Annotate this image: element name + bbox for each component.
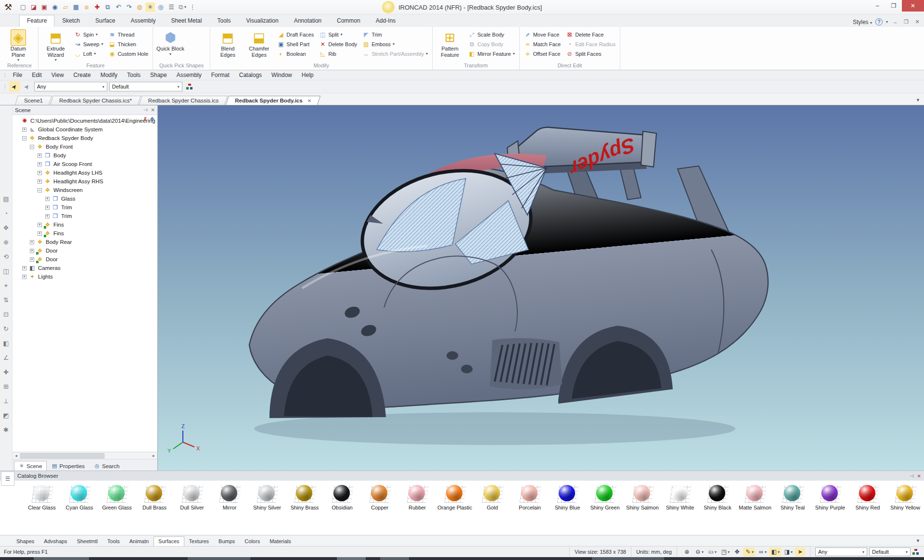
- tree-expand-toggle[interactable]: +: [38, 223, 42, 227]
- catalog-tab-surfaces[interactable]: Surfaces: [154, 536, 184, 546]
- scene-structure-button[interactable]: [184, 81, 195, 92]
- pan-icon[interactable]: [2, 224, 10, 232]
- catalog-tabs-more-icon[interactable]: ▼: [916, 538, 920, 543]
- multi-copy-button[interactable]: ▾: [177, 2, 187, 12]
- render-mode-button[interactable]: ▾: [743, 547, 755, 557]
- panel-tab-properties[interactable]: Properties: [47, 461, 89, 471]
- sweep-button[interactable]: Sweep▾: [72, 39, 105, 49]
- save-button[interactable]: [71, 2, 81, 12]
- catalog-item-cyan-glass[interactable]: Cyan Glass: [61, 484, 98, 511]
- ribbon-tab-sheet-metal[interactable]: Sheet Metal: [163, 15, 209, 27]
- axis-icon[interactable]: [2, 397, 10, 405]
- tree-item-headlight-assy-rhs[interactable]: +Headlight Assy RHS: [13, 177, 157, 186]
- tree-item-body-rear[interactable]: +Body Rear: [13, 238, 157, 246]
- catalog-tab-advshaps[interactable]: Advshaps: [39, 536, 72, 546]
- camera-icon[interactable]: [2, 267, 10, 275]
- tree-expand-toggle[interactable]: +: [22, 266, 26, 270]
- scale-body-button[interactable]: Scale Body: [466, 30, 517, 39]
- tree-item-air-scoop-front[interactable]: +Air Scoop Front: [13, 160, 157, 168]
- fit-scene-icon[interactable]: [2, 310, 10, 318]
- tree-item-global-coordinate-system[interactable]: +Global Coordinate System: [13, 125, 157, 134]
- ribbon-tab-tools[interactable]: Tools: [209, 15, 238, 27]
- delete-body-button[interactable]: Delete Body: [317, 39, 359, 49]
- menu-file[interactable]: File: [8, 71, 27, 79]
- viewport-3d[interactable]: Spyder: [158, 105, 924, 471]
- selection-filter-dropdown[interactable]: Any▾: [34, 82, 107, 91]
- tree-item-fins[interactable]: +Fins: [13, 220, 157, 229]
- zoom-out-button[interactable]: ▾: [693, 547, 705, 557]
- shade-icon[interactable]: [2, 411, 10, 420]
- shaded-view-button[interactable]: ▾: [769, 547, 781, 557]
- tree-expand-toggle[interactable]: +: [38, 153, 42, 158]
- ribbon-tab-common[interactable]: Common: [329, 15, 368, 27]
- panel-tab-search[interactable]: Search: [90, 461, 124, 471]
- config-icon[interactable]: [2, 426, 10, 434]
- pattern-feature-button[interactable]: Pattern Feature: [435, 28, 465, 62]
- help-dropdown-icon[interactable]: ▾: [886, 20, 888, 24]
- styles-button[interactable]: Styles ▾: [853, 19, 872, 25]
- delete-face-button[interactable]: Delete Face: [564, 30, 617, 39]
- spin-button[interactable]: Spin▾: [72, 30, 105, 39]
- ribbon-tab-add-ins[interactable]: Add-Ins: [368, 15, 403, 27]
- redo-button[interactable]: [124, 2, 134, 12]
- new-drawing-button[interactable]: [39, 2, 49, 12]
- draft-faces-button[interactable]: Draft Faces: [275, 30, 316, 39]
- tree-item-cameras[interactable]: +Cameras: [13, 264, 157, 272]
- camera-angle-icon[interactable]: [2, 209, 10, 217]
- catalog-tab-materials[interactable]: Materials: [265, 536, 296, 546]
- ribbon-tab-sketch[interactable]: Sketch: [54, 15, 88, 27]
- tree-expand-toggle[interactable]: +: [38, 162, 42, 166]
- style-dropdown[interactable]: Default▾: [109, 82, 182, 91]
- extrude-wizard-button[interactable]: Extrude Wizard▾: [41, 28, 71, 62]
- view-cube-button[interactable]: ▾: [719, 547, 731, 557]
- qat-more-button[interactable]: [188, 2, 197, 12]
- tree-item-body[interactable]: +Body: [13, 151, 157, 160]
- orbit-icon[interactable]: [2, 253, 10, 261]
- catalog-item-shiny-black[interactable]: Shiny Black: [699, 484, 736, 511]
- menu-assembly[interactable]: Assembly: [172, 71, 206, 79]
- emboss-button[interactable]: Emboss▾: [360, 39, 430, 49]
- status-style-dropdown[interactable]: Default▾: [869, 547, 911, 556]
- tree-expand-toggle[interactable]: +: [45, 197, 50, 201]
- tree-item-fins[interactable]: +Fins: [13, 229, 157, 238]
- zoom-icon[interactable]: [2, 238, 10, 246]
- catalog-close-icon[interactable]: ✕: [917, 473, 921, 479]
- menu-modify[interactable]: Modify: [96, 71, 122, 79]
- menu-tools[interactable]: Tools: [122, 71, 145, 79]
- mdi-close-icon[interactable]: ✕: [913, 19, 921, 25]
- tree-expand-toggle[interactable]: −: [38, 188, 42, 192]
- tree-expand-toggle[interactable]: −: [30, 145, 34, 149]
- view-list-icon[interactable]: [2, 195, 10, 203]
- ribbon-tab-surface[interactable]: Surface: [88, 15, 123, 27]
- catalog-item-shiny-red[interactable]: Shiny Red: [849, 484, 886, 511]
- open-button[interactable]: [61, 2, 70, 12]
- perspective-button[interactable]: ▾: [756, 547, 768, 557]
- tree-browser-icon[interactable]: ❖: [150, 116, 154, 122]
- select-mode-button[interactable]: [795, 547, 805, 557]
- scroll-right-icon[interactable]: ▸: [150, 453, 157, 458]
- move-face-button[interactable]: Move Face: [522, 30, 563, 39]
- catalog-tab-bumps[interactable]: Bumps: [214, 536, 240, 546]
- catalog-item-shiny-white[interactable]: Shiny White: [661, 484, 699, 511]
- tree-expand-toggle[interactable]: +: [45, 214, 50, 218]
- wireframe-view-button[interactable]: ▾: [782, 547, 794, 557]
- undo-button[interactable]: [114, 2, 123, 12]
- insert-part-button[interactable]: [92, 2, 102, 12]
- close-panel-icon[interactable]: ✕: [151, 107, 155, 113]
- tree-item-c-users-public-documents-data-2014-engineering[interactable]: C:\Users\Public\Documents\data\2014\Engi…: [13, 116, 157, 125]
- render-button[interactable]: [135, 2, 144, 12]
- catalog-tab-sheetmtl[interactable]: Sheetmtl: [72, 536, 103, 546]
- document-tab-scene1[interactable]: Scene1: [16, 96, 51, 105]
- menu-edit[interactable]: Edit: [27, 71, 47, 79]
- catalog-tab-shapes[interactable]: Shapes: [12, 536, 39, 546]
- doctabs-more-icon[interactable]: ▼: [916, 98, 920, 102]
- copy-button[interactable]: [103, 2, 113, 12]
- loft-button[interactable]: Loft▾: [72, 49, 105, 58]
- scroll-left-icon[interactable]: ◂: [13, 453, 20, 458]
- thicken-button[interactable]: Thicken: [106, 39, 150, 49]
- menu-view[interactable]: View: [47, 71, 69, 79]
- ribbon-tab-assembly[interactable]: Assembly: [123, 15, 163, 27]
- edit-face-radius-button[interactable]: Edit Face Radius: [564, 39, 617, 49]
- tree-item-door[interactable]: +Door: [13, 255, 157, 264]
- catalog-item-gold[interactable]: Gold: [474, 484, 511, 511]
